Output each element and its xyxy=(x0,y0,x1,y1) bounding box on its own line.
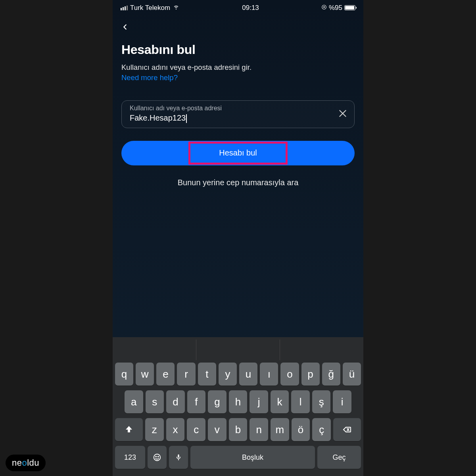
battery-percent-label: %95 xyxy=(329,4,342,12)
mic-key[interactable] xyxy=(169,446,188,469)
watermark-logo: neoldu xyxy=(6,455,46,471)
key-v[interactable]: v xyxy=(208,418,226,441)
username-email-field[interactable]: Kullanıcı adı veya e-posta adresi Fake.H… xyxy=(121,100,355,128)
svg-rect-9 xyxy=(178,455,179,458)
page-title: Hesabını bul xyxy=(121,42,355,57)
svg-point-1 xyxy=(323,6,325,8)
key-ş[interactable]: ş xyxy=(312,390,331,413)
key-ö[interactable]: ö xyxy=(292,418,310,441)
key-a[interactable]: a xyxy=(125,390,143,413)
key-y[interactable]: y xyxy=(219,363,237,386)
status-bar: Turk Telekom 09:13 %95 xyxy=(113,0,363,14)
input-label: Kullanıcı adı veya e-posta adresi xyxy=(130,105,332,112)
key-h[interactable]: h xyxy=(229,390,248,413)
key-ç[interactable]: ç xyxy=(312,418,331,441)
key-b[interactable]: b xyxy=(229,418,248,441)
key-o[interactable]: o xyxy=(280,363,299,386)
key-c[interactable]: c xyxy=(187,418,205,441)
space-key[interactable]: Boşluk xyxy=(190,446,315,469)
key-j[interactable]: j xyxy=(250,390,268,413)
key-p[interactable]: p xyxy=(301,363,320,386)
wifi-icon xyxy=(173,3,180,12)
help-link[interactable]: Need more help? xyxy=(121,73,178,82)
key-ü[interactable]: ü xyxy=(343,363,361,386)
key-w[interactable]: w xyxy=(136,363,154,386)
phone-screen: Turk Telekom 09:13 %95 Hesabını bul Kull… xyxy=(113,0,363,476)
key-l[interactable]: l xyxy=(291,390,310,413)
find-account-button-label: Hesabı bul xyxy=(219,148,257,157)
key-r[interactable]: r xyxy=(177,363,195,386)
key-s[interactable]: s xyxy=(146,390,164,413)
back-button[interactable] xyxy=(121,26,129,33)
search-by-phone-link[interactable]: Bunun yerine cep numarasıyla ara xyxy=(121,178,355,187)
key-ğ[interactable]: ğ xyxy=(322,363,340,386)
svg-point-8 xyxy=(158,456,159,457)
return-key[interactable]: Geç xyxy=(317,446,361,469)
input-value: Fake.Hesap123 xyxy=(130,113,187,123)
numbers-key[interactable]: 123 xyxy=(115,446,145,469)
page-subtitle: Kullanıcı adını veya e-posta adresini gi… xyxy=(121,63,355,73)
key-x[interactable]: x xyxy=(166,418,185,441)
key-u[interactable]: u xyxy=(239,363,257,386)
key-m[interactable]: m xyxy=(271,418,289,441)
clear-input-button[interactable] xyxy=(338,108,348,120)
svg-point-7 xyxy=(155,456,156,457)
key-d[interactable]: d xyxy=(166,390,185,413)
backspace-key[interactable] xyxy=(333,418,361,441)
battery-icon xyxy=(344,5,355,10)
key-e[interactable]: e xyxy=(156,363,175,386)
rotation-lock-icon xyxy=(321,4,327,12)
key-z[interactable]: z xyxy=(145,418,164,441)
clock-label: 09:13 xyxy=(242,4,259,12)
emoji-key[interactable] xyxy=(148,446,167,469)
keyboard-suggestions[interactable] xyxy=(113,340,363,360)
key-i[interactable]: i xyxy=(333,390,351,413)
key-n[interactable]: n xyxy=(250,418,268,441)
key-ı[interactable]: ı xyxy=(260,363,278,386)
onscreen-keyboard: qwertyuıopğü asdfghjklşi zxcvbnmöç 123 B… xyxy=(113,337,363,476)
key-f[interactable]: f xyxy=(187,390,206,413)
carrier-label: Turk Telekom xyxy=(130,4,170,12)
signal-icon xyxy=(121,6,128,10)
key-k[interactable]: k xyxy=(271,390,289,413)
key-q[interactable]: q xyxy=(115,363,133,386)
find-account-button[interactable]: Hesabı bul xyxy=(121,141,355,165)
key-t[interactable]: t xyxy=(198,363,216,386)
shift-key[interactable] xyxy=(115,418,143,441)
svg-point-6 xyxy=(154,454,161,461)
key-g[interactable]: g xyxy=(208,390,226,413)
